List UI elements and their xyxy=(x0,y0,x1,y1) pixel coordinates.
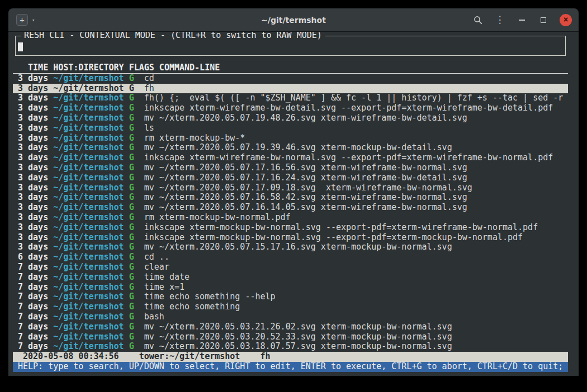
row-time: 7 days xyxy=(18,322,48,332)
row-time: 3 days xyxy=(18,233,48,242)
row-time: 7 days xyxy=(18,292,48,302)
history-row[interactable]: 3 days ~/git/termshot G inkscape xterm-w… xyxy=(13,153,568,163)
row-command: inkscape xterm-mockup-bw-normal.svg --ex… xyxy=(144,223,538,232)
row-flag: G xyxy=(129,113,134,123)
history-row-selected[interactable]: 3 days ~/git/termshot G fh xyxy=(13,84,568,94)
row-directory: ~/git/termshot xyxy=(53,312,124,322)
row-time: 7 days xyxy=(18,312,48,322)
row-flag: G xyxy=(129,183,134,193)
history-row[interactable]: 3 days ~/git/termshot G inkscape xterm-m… xyxy=(13,233,568,243)
history-row[interactable]: 3 days ~/git/termshot G ls xyxy=(13,123,568,133)
row-directory: ~/git/termshot xyxy=(53,123,124,133)
history-row[interactable]: 7 days ~/git/termshot G clear xyxy=(13,262,568,273)
history-row[interactable]: 7 days ~/git/termshot G mv ~/xterm.2020.… xyxy=(13,342,568,352)
history-row[interactable]: 3 days ~/git/termshot G mv ~/xterm.2020.… xyxy=(13,193,568,203)
history-row[interactable]: 3 days ~/git/termshot G rm xterm-mockup-… xyxy=(13,213,568,223)
row-time: 7 days xyxy=(18,262,48,272)
row-time: 7 days xyxy=(18,332,48,342)
row-directory: ~/git/termshot xyxy=(53,233,124,242)
history-row[interactable]: 3 days ~/git/termshot G mv ~/xterm.2020.… xyxy=(13,143,568,153)
row-time: 3 days xyxy=(18,242,48,252)
history-row[interactable]: 7 days ~/git/termshot G time date xyxy=(13,273,568,283)
maximize-icon xyxy=(541,17,546,23)
row-command: rm xterm-mockup-bw-normal.pdf xyxy=(144,213,291,222)
new-tab-icon: + xyxy=(20,16,24,24)
row-command: mv ~/xterm.2020.05.07.16.14.05.svg xterm… xyxy=(144,203,467,212)
history-row[interactable]: 3 days ~/git/termshot G mv ~/xterm.2020.… xyxy=(13,203,568,213)
row-directory: ~/git/termshot xyxy=(53,74,124,83)
row-directory: ~/git/termshot xyxy=(53,213,124,222)
row-flag: G xyxy=(129,143,134,152)
history-row[interactable]: 3 days ~/git/termshot G mv ~/xterm.2020.… xyxy=(13,173,568,183)
row-flag: G xyxy=(129,123,134,133)
row-flag: G xyxy=(129,332,134,342)
row-directory: ~/git/termshot xyxy=(53,273,124,282)
row-directory: ~/git/termshot xyxy=(53,163,124,173)
row-command: mv ~/xterm.2020.05.03.21.26.02.svg xterm… xyxy=(144,322,452,332)
row-directory: ~/git/termshot xyxy=(53,322,124,332)
history-row[interactable]: 6 days ~/git/termshot G cd .. xyxy=(13,252,568,262)
titlebar[interactable]: + ▾ ~/git/termshot ⋮ × xyxy=(8,8,579,32)
row-time: 3 days xyxy=(18,143,48,152)
history-row[interactable]: 7 days ~/git/termshot G time echo someth… xyxy=(13,292,568,302)
new-tab-button[interactable]: + xyxy=(16,14,28,26)
list-header: TIME HOST:DIRECTORY FLAGS COMMAND-LINE xyxy=(13,63,568,74)
history-row[interactable]: 3 days ~/git/termshot G rm xterm-mockup-… xyxy=(13,133,568,144)
history-row[interactable]: 7 days ~/git/termshot G mv ~/xterm.2020.… xyxy=(13,322,568,332)
terminal-window: + ▾ ~/git/termshot ⋮ × xyxy=(8,8,579,376)
kebab-menu-icon: ⋮ xyxy=(495,15,505,25)
row-flag: G xyxy=(129,283,134,292)
row-time: 3 days xyxy=(18,193,48,202)
history-row[interactable]: 7 days ~/git/termshot G time echo someth… xyxy=(13,302,568,312)
resh-search-input[interactable]: RESH CLI - CONTEXTUAL MODE - (CTRL+R to … xyxy=(15,36,566,56)
row-time: 7 days xyxy=(18,283,48,292)
row-directory: ~/git/termshot xyxy=(53,93,124,103)
row-time: 3 days xyxy=(18,133,48,143)
row-flag: G xyxy=(129,273,134,282)
row-command: rm xterm-mockup-bw-* xyxy=(144,133,245,143)
row-command: mv ~/xterm.2020.05.07.15.17.16.svg xterm… xyxy=(144,242,452,252)
row-directory: ~/git/termshot xyxy=(53,84,124,93)
menu-button[interactable]: ⋮ xyxy=(493,13,506,27)
row-command: time x=1 xyxy=(144,283,184,292)
history-row[interactable]: 3 days ~/git/termshot G mv ~/xterm.2020.… xyxy=(13,183,568,193)
row-time: 3 days xyxy=(18,93,48,103)
history-row[interactable]: 7 days ~/git/termshot G mv ~/xterm.2020.… xyxy=(13,332,568,342)
history-row[interactable]: 3 days ~/git/termshot G cd xyxy=(13,74,568,84)
row-flag: G xyxy=(129,302,134,312)
minimize-button[interactable] xyxy=(515,13,528,27)
row-command: mv ~/xterm.2020.05.07.19.48.26.svg xterm… xyxy=(144,113,467,123)
close-button[interactable]: × xyxy=(560,14,572,26)
row-time: 7 days xyxy=(18,302,48,312)
row-directory: ~/git/termshot xyxy=(53,133,124,143)
row-command: cd .. xyxy=(144,252,169,262)
chevron-down-icon[interactable]: ▾ xyxy=(32,17,35,23)
row-flag: G xyxy=(129,233,134,242)
row-flag: G xyxy=(129,312,134,322)
history-row[interactable]: 3 days ~/git/termshot G mv ~/xterm.2020.… xyxy=(13,113,568,123)
history-row[interactable]: 3 days ~/git/termshot G fh() {; eval $( … xyxy=(13,93,568,103)
history-row[interactable]: 3 days ~/git/termshot G mv ~/xterm.2020.… xyxy=(13,163,568,173)
status-bar: 2020-05-08 00:34:56 tower:~/git/termshot… xyxy=(13,352,568,362)
row-flag: G xyxy=(129,133,134,143)
row-flag: G xyxy=(129,193,134,202)
row-command: mv ~/xterm.2020.05.07.17.16.56.svg xterm… xyxy=(144,163,467,173)
row-directory: ~/git/termshot xyxy=(53,283,124,292)
row-command: mv ~/xterm.2020.05.07.19.39.46.svg xterm… xyxy=(144,143,452,152)
maximize-button[interactable] xyxy=(537,13,550,27)
search-button[interactable] xyxy=(471,13,485,27)
history-row[interactable]: 3 days ~/git/termshot G inkscape xterm-m… xyxy=(13,223,568,233)
row-command: time echo something --help xyxy=(144,292,276,302)
row-time: 3 days xyxy=(18,153,48,162)
terminal-screen[interactable]: RESH CLI - CONTEXTUAL MODE - (CTRL+R to … xyxy=(8,32,579,376)
row-flag: G xyxy=(129,163,134,173)
row-time: 3 days xyxy=(18,163,48,173)
row-flag: G xyxy=(129,84,134,93)
history-row[interactable]: 3 days ~/git/termshot G inkscape xterm-w… xyxy=(13,103,568,113)
row-directory: ~/git/termshot xyxy=(53,103,124,113)
row-time: 3 days xyxy=(18,113,48,123)
history-row[interactable]: 7 days ~/git/termshot G time x=1 xyxy=(13,283,568,293)
history-row[interactable]: 3 days ~/git/termshot G mv ~/xterm.2020.… xyxy=(13,242,568,252)
history-row[interactable]: 7 days ~/git/termshot G bash xyxy=(13,312,568,322)
row-command: bash xyxy=(144,312,164,322)
